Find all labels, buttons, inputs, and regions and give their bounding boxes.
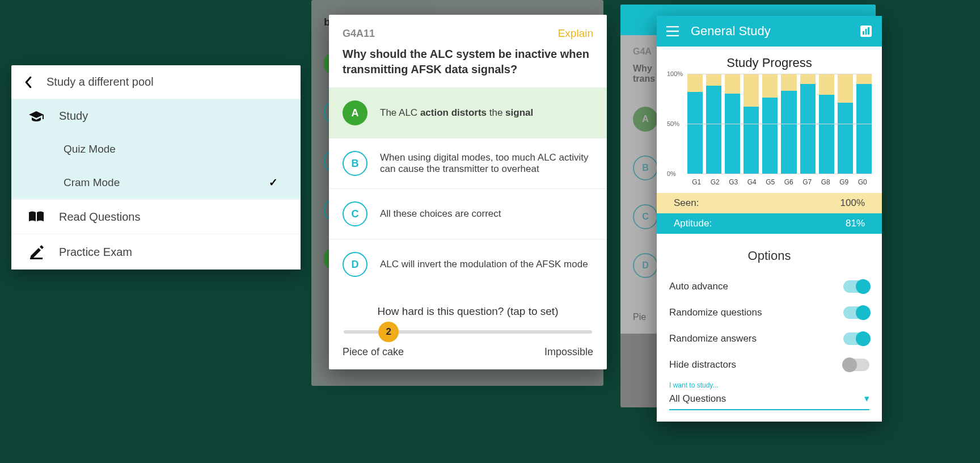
study-menu: Study a different pool Study Quiz Mode C…: [11, 65, 301, 270]
study-progress-section: Study Progress 0%50%100%G1G2G3G4G5G6G7G8…: [657, 47, 882, 193]
toggle-randomize-answers[interactable]: [843, 332, 869, 345]
book-open-icon: [27, 210, 45, 224]
stat-aptitude: Aptitude: 81%: [657, 213, 882, 234]
answer-letter: A: [343, 100, 368, 125]
menu-label: Read Questions: [59, 211, 140, 224]
select-value: All Questions: [669, 393, 726, 405]
pencil-icon: [27, 245, 45, 259]
option-randomize-answers: Randomize answers: [669, 326, 869, 352]
answer-option-d[interactable]: D ALC will invert the modulation of the …: [329, 239, 607, 289]
svg-rect-2: [863, 31, 864, 35]
menu-item-practice-exam[interactable]: Practice Exam: [11, 234, 301, 270]
difficulty-prompt: How hard is this question? (tap to set): [343, 305, 593, 318]
answer-option-c[interactable]: C All these choices are correct: [329, 188, 607, 239]
drawer-title: General Study: [691, 24, 848, 39]
study-pool-select[interactable]: All Questions ▾: [669, 389, 869, 410]
difficulty-max-label: Impossible: [544, 346, 593, 358]
svg-rect-3: [865, 29, 867, 35]
study-select-label: I want to study...: [669, 381, 869, 389]
difficulty-thumb[interactable]: 2: [378, 322, 399, 342]
option-label: Hide distractors: [669, 359, 736, 371]
answer-letter: D: [343, 252, 368, 277]
graduation-cap-icon: [27, 110, 45, 123]
svg-rect-4: [868, 27, 869, 35]
answer-text: All these choices are correct: [380, 208, 501, 220]
hamburger-menu-icon[interactable]: [665, 23, 681, 39]
aptitude-label: Aptitude:: [674, 218, 712, 229]
option-label: Randomize questions: [669, 307, 762, 318]
options-title: Options: [669, 249, 869, 263]
option-randomize-questions: Randomize questions: [669, 300, 869, 326]
difficulty-block: How hard is this question? (tap to set) …: [329, 295, 607, 358]
answer-text: When using digital modes, too much ALC a…: [380, 152, 593, 175]
progress-title: Study Progress: [667, 56, 872, 70]
seen-value: 100%: [840, 197, 865, 209]
svg-rect-0: [30, 258, 43, 259]
toggle-randomize-questions[interactable]: [843, 306, 869, 319]
option-hide-distractors: Hide distractors: [669, 352, 869, 378]
answer-letter: B: [343, 151, 368, 176]
menu-item-cram-mode[interactable]: Cram Mode: [11, 166, 301, 199]
bar-chart-icon[interactable]: [858, 23, 874, 39]
answer-option-b[interactable]: B When using digital modes, too much ALC…: [329, 138, 607, 188]
toggle-hide-distractors[interactable]: [843, 359, 869, 371]
answer-text: The ALC action distorts the signal: [380, 107, 533, 119]
difficulty-slider[interactable]: 2: [344, 330, 592, 334]
explain-button[interactable]: Explain: [558, 27, 593, 40]
question-id: G4A11: [343, 28, 375, 40]
drawer-header: General Study: [657, 16, 882, 47]
menu-lower: Read Questions Practice Exam: [11, 199, 301, 270]
answer-option-a[interactable]: A The ALC action distorts the signal: [329, 87, 607, 138]
option-auto-advance: Auto advance: [669, 273, 869, 300]
progress-drawer: General Study Study Progress 0%50%100%G1…: [657, 16, 882, 422]
aptitude-value: 81%: [846, 218, 865, 229]
menu-item-quiz-mode[interactable]: Quiz Mode: [11, 133, 301, 166]
menu-label: Quiz Mode: [64, 143, 116, 155]
answer-text: ALC will invert the modulation of the AF…: [380, 259, 588, 270]
menu-label: Cram Mode: [64, 176, 120, 189]
question-card: G4A11 Explain Why should the ALC system …: [329, 15, 607, 369]
difficulty-min-label: Piece of cake: [343, 346, 404, 358]
chevron-down-icon: ▾: [864, 393, 869, 405]
option-label: Auto advance: [669, 281, 728, 292]
back-label: Study a different pool: [47, 75, 154, 89]
question-text: Why should the ALC system be inactive wh…: [343, 47, 593, 77]
toggle-auto-advance[interactable]: [843, 280, 869, 293]
seen-label: Seen:: [674, 197, 699, 209]
stat-seen: Seen: 100%: [657, 193, 882, 213]
back-row[interactable]: Study a different pool: [11, 65, 301, 99]
options-section: Options Auto advance Randomize questions…: [657, 234, 882, 422]
menu-label: Study: [59, 110, 88, 123]
menu-label: Practice Exam: [59, 246, 132, 259]
answer-letter: C: [343, 201, 368, 226]
menu-item-read-questions[interactable]: Read Questions: [11, 199, 301, 234]
option-label: Randomize answers: [669, 333, 757, 344]
menu-item-study[interactable]: Study: [11, 99, 301, 133]
chevron-left-icon: [24, 77, 33, 88]
study-section: Study Quiz Mode Cram Mode: [11, 99, 301, 199]
study-progress-chart: 0%50%100%G1G2G3G4G5G6G7G8G9G0: [667, 74, 872, 187]
